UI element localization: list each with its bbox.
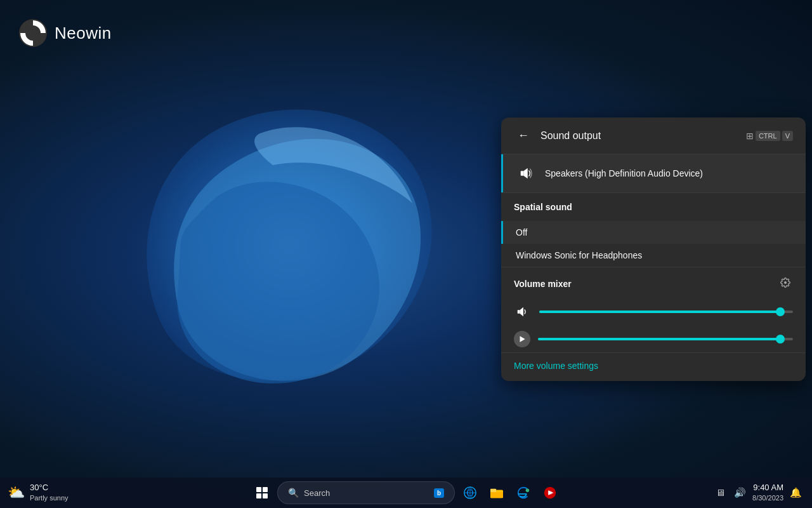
volume-mixer-header: Volume mixer — [501, 267, 806, 298]
svg-rect-8 — [256, 493, 261, 498]
windows-key-icon: ⊞ — [746, 131, 754, 141]
taskbar: ⛅ 30°C Partly sunny 🔍 Search b — [0, 478, 812, 508]
svg-rect-6 — [256, 487, 261, 492]
speaker-volume-row — [501, 298, 806, 326]
svg-rect-1 — [521, 171, 524, 175]
spatial-off-option[interactable]: Off — [501, 221, 806, 244]
decorative-shape — [95, 76, 488, 444]
clock[interactable]: 9:40 AM 8/30/2023 — [752, 482, 783, 504]
notification-bell-icon[interactable]: 🔔 — [787, 485, 804, 501]
media-play-icon — [514, 331, 530, 347]
svg-rect-16 — [490, 492, 503, 498]
svg-point-18 — [526, 489, 530, 493]
volume-mixer-title: Volume mixer — [514, 279, 572, 289]
back-button[interactable]: ← — [514, 128, 533, 144]
search-placeholder: Search — [304, 488, 429, 498]
spatial-off-label: Off — [516, 227, 527, 237]
media-slider-thumb — [776, 335, 785, 344]
clock-time: 9:40 AM — [752, 482, 783, 493]
file-explorer-button[interactable] — [484, 480, 509, 505]
svg-rect-9 — [263, 493, 268, 498]
spatial-sound-section: Spatial sound — [501, 193, 806, 221]
panel-title: Sound output — [540, 130, 738, 142]
neowin-logo: Neowin — [18, 18, 112, 48]
bing-badge: b — [434, 488, 444, 498]
v-key: V — [782, 131, 793, 141]
speaker-slider[interactable] — [539, 311, 793, 313]
speaker-icon — [516, 163, 536, 184]
panel-header: ← Sound output ⊞ CTRL V — [501, 117, 806, 154]
media-slider[interactable] — [538, 338, 793, 340]
weather-icon: ⛅ — [8, 485, 25, 501]
weather-text: 30°C Partly sunny — [30, 483, 69, 502]
spatial-sound-label: Spatial sound — [514, 202, 793, 212]
svg-rect-7 — [263, 487, 268, 492]
svg-marker-2 — [523, 168, 527, 179]
vpn-app-button[interactable] — [457, 480, 483, 505]
svg-rect-3 — [518, 310, 520, 314]
svg-rect-17 — [490, 489, 496, 492]
weather-widget[interactable]: ⛅ 30°C Partly sunny — [8, 483, 84, 502]
media-volume-row — [501, 326, 806, 352]
device-name: Speakers (High Definition Audio Device) — [545, 168, 703, 178]
svg-marker-4 — [520, 307, 523, 317]
speaker-volume-icon — [514, 303, 532, 321]
ctrl-key: CTRL — [756, 131, 780, 141]
taskbar-center: 🔍 Search b — [249, 480, 563, 505]
weather-description: Partly sunny — [30, 493, 69, 502]
speaker-slider-thumb — [776, 307, 785, 316]
media-player-button[interactable] — [537, 480, 563, 505]
clock-date: 8/30/2023 — [752, 493, 783, 503]
sound-panel: ← Sound output ⊞ CTRL V Speakers (High D… — [501, 117, 806, 381]
monitor-icon[interactable]: 🖥 — [713, 485, 728, 500]
system-tray: 🖥 🔊 9:40 AM 8/30/2023 🔔 — [713, 482, 804, 504]
search-icon: 🔍 — [288, 488, 299, 498]
weather-temperature: 30°C — [30, 483, 69, 493]
edge-button[interactable] — [511, 480, 536, 505]
neowin-icon — [18, 18, 48, 48]
volume-settings-gear-button[interactable] — [778, 275, 793, 293]
back-arrow-icon: ← — [518, 129, 529, 142]
svg-marker-5 — [520, 336, 525, 342]
search-bar[interactable]: 🔍 Search b — [277, 481, 455, 504]
neowin-name: Neowin — [55, 23, 112, 43]
volume-tray-icon[interactable]: 🔊 — [731, 485, 749, 501]
spatial-sonic-option[interactable]: Windows Sonic for Headphones — [501, 244, 806, 267]
audio-device-row[interactable]: Speakers (High Definition Audio Device) — [501, 154, 806, 192]
app-icons — [457, 480, 563, 505]
start-button[interactable] — [249, 480, 275, 505]
spatial-sonic-label: Windows Sonic for Headphones — [516, 250, 642, 260]
more-volume-settings-link[interactable]: More volume settings — [501, 353, 806, 381]
keyboard-shortcut: ⊞ CTRL V — [746, 131, 793, 141]
